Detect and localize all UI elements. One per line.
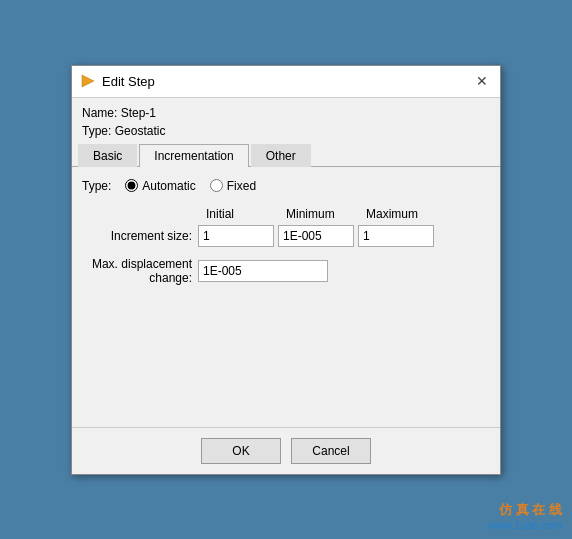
name-value: Step-1 — [121, 106, 156, 120]
increment-maximum-input[interactable] — [358, 225, 434, 247]
title-bar: Edit Step ✕ — [72, 66, 500, 98]
tab-incrementation[interactable]: Incrementation — [139, 144, 248, 167]
increment-initial-input[interactable] — [198, 225, 274, 247]
type-value-info: Geostatic — [115, 124, 166, 138]
max-displacement-input[interactable] — [198, 260, 328, 282]
edit-step-icon — [80, 73, 96, 89]
tab-bar: Basic Incrementation Other — [72, 144, 500, 167]
radio-automatic[interactable]: Automatic — [125, 179, 195, 193]
increment-size-row: Increment size: — [82, 225, 490, 247]
max-displacement-inputs — [198, 260, 328, 282]
info-area: Name: Step-1 Type: Geostatic — [72, 98, 500, 144]
title-bar-left: Edit Step — [80, 73, 155, 89]
max-displacement-label: Max. displacement change: — [82, 257, 198, 285]
svg-marker-0 — [82, 75, 94, 87]
radio-fixed-label[interactable]: Fixed — [227, 179, 256, 193]
name-label: Name: — [82, 106, 117, 120]
watermark-line2: www.1cae.com — [488, 519, 562, 531]
radio-fixed[interactable]: Fixed — [210, 179, 256, 193]
type-radio-group: Automatic Fixed — [125, 179, 256, 193]
button-bar: OK Cancel — [72, 427, 500, 474]
bottom-watermark: 仿 真 在 线 www.1cae.com — [488, 501, 562, 531]
radio-automatic-input[interactable] — [125, 179, 138, 192]
radio-automatic-label[interactable]: Automatic — [142, 179, 195, 193]
close-button[interactable]: ✕ — [472, 71, 492, 91]
col-header-initial: Initial — [202, 207, 282, 221]
tab-other[interactable]: Other — [251, 144, 311, 167]
type-field-label: Type: — [82, 179, 111, 193]
cancel-button[interactable]: Cancel — [291, 438, 371, 464]
tab-content: Type: Automatic Fixed Initial Minimum Ma… — [72, 167, 500, 427]
name-row: Name: Step-1 — [82, 104, 490, 122]
watermark-line1: 仿 真 在 线 — [488, 501, 562, 519]
max-displacement-row: Max. displacement change: — [82, 257, 490, 285]
type-row-info: Type: Geostatic — [82, 122, 490, 140]
tab-basic[interactable]: Basic — [78, 144, 137, 167]
type-field-row: Type: Automatic Fixed — [82, 179, 490, 193]
col-header-minimum: Minimum — [282, 207, 362, 221]
ok-button[interactable]: OK — [201, 438, 281, 464]
radio-fixed-input[interactable] — [210, 179, 223, 192]
increment-minimum-input[interactable] — [278, 225, 354, 247]
col-header-maximum: Maximum — [362, 207, 442, 221]
type-label-info: Type: — [82, 124, 111, 138]
increment-size-inputs — [198, 225, 434, 247]
dialog-title: Edit Step — [102, 74, 155, 89]
column-headers: Initial Minimum Maximum — [202, 207, 490, 221]
dialog-edit-step: Edit Step ✕ Name: Step-1 Type: Geostatic… — [71, 65, 501, 475]
increment-size-label: Increment size: — [82, 229, 198, 243]
